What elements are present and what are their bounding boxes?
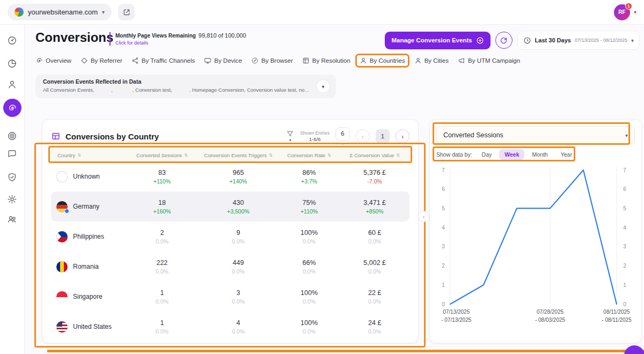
quota-details-link[interactable]: Click for details [115, 40, 246, 46]
quota-value: 99,810 of 100,000 [199, 32, 246, 39]
conversions-spiral-icon [7, 103, 17, 113]
table-row-germany[interactable]: Germany 18+160% 430+3,500% 75%+110% 3,47… [51, 191, 409, 222]
sort-icon: ⇅ [269, 153, 273, 158]
previous-page-button[interactable]: ‹ [356, 129, 370, 143]
svg-text:6: 6 [623, 186, 626, 192]
website-selector[interactable]: yourwebsitename.com ▾ [8, 4, 112, 20]
page-size-chevron-icon: ▾ [341, 142, 343, 146]
table-row-united-states[interactable]: United States 10.0% 40.0% 100%0.0% 24 £0… [51, 312, 409, 342]
page-title: Conversions [35, 30, 113, 45]
events-expand-button[interactable]: ▾ [316, 79, 330, 93]
website-name: yourwebsitename.com [28, 8, 98, 16]
x-axis-tick-label: 07/13/2025- 07/13/2025 [441, 308, 471, 324]
sort-icon: ⇅ [77, 153, 81, 158]
column-header-converted-sessions[interactable]: Converted Sessions⇅ [126, 152, 199, 158]
person-icon [7, 79, 17, 90]
resolution-icon [302, 57, 310, 64]
sidebar-item-statistics[interactable] [4, 55, 20, 71]
flag-unknown-icon [56, 171, 68, 182]
report-tabs: Overview By Referrer By Traffic Channels… [35, 57, 520, 64]
shown-entries: Shown Entries 1-6/6 [300, 131, 330, 142]
clock-icon [523, 36, 531, 45]
svg-text:2: 2 [442, 263, 445, 269]
table-title: Conversions by Country [65, 132, 159, 141]
svg-text:6: 6 [442, 186, 445, 192]
sidebar-item-privacy[interactable] [4, 169, 20, 185]
sidebar-item-support[interactable] [4, 211, 20, 227]
avatar[interactable]: RF 1 [614, 4, 630, 20]
flag-philippines-icon [56, 231, 68, 242]
target-icon [7, 131, 17, 141]
pie-chart-icon [7, 58, 17, 69]
column-header-country[interactable]: Country⇅ [51, 152, 126, 158]
tab-by-utm-campaign[interactable]: By UTM Campaign [458, 57, 520, 64]
sidebar [0, 25, 25, 354]
svg-text:4: 4 [623, 225, 626, 231]
period-month[interactable]: Month [526, 149, 553, 160]
sort-icon: ⇅ [184, 153, 188, 158]
panel-collapse-handle[interactable]: ‹ [418, 211, 429, 222]
svg-text:0: 0 [442, 301, 445, 307]
conversions-by-country-panel: Conversions by Country ▾ Shown Entries 1… [42, 119, 419, 343]
period-day[interactable]: Day [477, 149, 497, 160]
tab-by-browser[interactable]: By Browser [251, 57, 293, 64]
sidebar-item-dashboard[interactable] [4, 32, 20, 48]
period-year[interactable]: Year [555, 149, 577, 160]
column-header-conversion-rate[interactable]: Conversion Rate⇅ [279, 152, 340, 158]
megaphone-icon [458, 57, 465, 64]
chat-fab-button[interactable] [624, 345, 644, 354]
svg-text:5: 5 [623, 205, 626, 211]
tab-by-resolution[interactable]: By Resolution [302, 57, 350, 64]
svg-text:3: 3 [623, 244, 626, 249]
refresh-icon [500, 36, 508, 45]
tab-by-traffic-channels[interactable]: By Traffic Channels [131, 57, 195, 64]
account-chevron-down-icon[interactable]: ▾ [634, 9, 636, 15]
flag-romania-icon [56, 261, 68, 272]
column-header-conversion-value[interactable]: Σ Conversion Value⇅ [340, 152, 409, 158]
manage-conversion-events-button[interactable]: Manage Conversion Events [385, 32, 490, 49]
table-header-row: Country⇅ Converted Sessions⇅ Conversion … [51, 149, 409, 161]
sort-icon: ⇅ [396, 153, 400, 158]
table-row-philippines[interactable]: Philippines 20.0% 90.0% 100%0.0% 60 £0.0… [51, 222, 409, 252]
date-preset: Last 30 Days [535, 37, 571, 43]
svg-text:1: 1 [442, 282, 445, 288]
page-size-select[interactable]: 6 ▾ [335, 127, 350, 146]
chat-bubble-icon [7, 149, 17, 159]
x-axis-tick-label: 07/28/2025- 08/03/2025 [535, 308, 565, 324]
table-row-romania[interactable]: Romania 2220.0% 4490.0% 66%0.0% 5,002 £0… [51, 252, 409, 282]
tab-overview[interactable]: Overview [35, 57, 71, 64]
period-week[interactable]: Week [499, 149, 524, 160]
quota-label: Monthly Page Views Remaining [115, 33, 196, 39]
next-page-button[interactable]: › [396, 129, 409, 143]
people-icon [7, 214, 17, 224]
chevron-down-icon: ▾ [102, 9, 105, 15]
chart-area: 001122334455667707/13/2025- 07/13/202507… [436, 163, 635, 333]
topbar: yourwebsitename.com ▾ RF 1 ▾ [0, 0, 644, 25]
tab-by-countries[interactable]: By Countries [360, 57, 405, 64]
table-row-singapore[interactable]: Singapore 10.0% 30.0% 100%0.0% 22 £0.0% [51, 282, 409, 312]
tab-by-referrer[interactable]: By Referrer [80, 57, 122, 64]
tab-by-cities[interactable]: By Cities [414, 57, 449, 64]
sidebar-item-settings[interactable] [4, 191, 20, 207]
svg-text:3: 3 [442, 244, 445, 249]
shield-check-icon [7, 172, 17, 182]
referrer-icon [80, 57, 88, 64]
refresh-button[interactable] [495, 32, 513, 49]
tab-by-device[interactable]: By Device [204, 57, 242, 64]
gear-icon [7, 194, 17, 204]
sidebar-item-campaigns[interactable] [4, 128, 20, 144]
filter-button[interactable]: ▾ [286, 130, 294, 143]
metric-dropdown[interactable]: Converted Sessions ▾ [436, 126, 635, 144]
date-range-picker[interactable]: Last 30 Days 07/13/2025 - 08/12/2025 ▾ [517, 31, 640, 50]
sort-icon: ⇅ [327, 153, 331, 158]
table-row-unknown[interactable]: Unknown 83+110% 965+140% 86%+3.7% 5,376 … [51, 161, 409, 191]
date-chevron-down-icon: ▾ [631, 38, 634, 43]
sidebar-item-feedback[interactable] [4, 146, 20, 162]
external-link-icon [122, 8, 131, 17]
column-header-conversion-events-triggers[interactable]: Conversion Events Triggers⇅ [198, 152, 279, 158]
open-website-button[interactable] [118, 4, 135, 20]
website-favicon-icon [14, 8, 24, 17]
sidebar-item-conversions[interactable] [3, 99, 21, 117]
sidebar-item-visitors[interactable] [4, 76, 20, 92]
svg-text:0: 0 [623, 301, 626, 307]
